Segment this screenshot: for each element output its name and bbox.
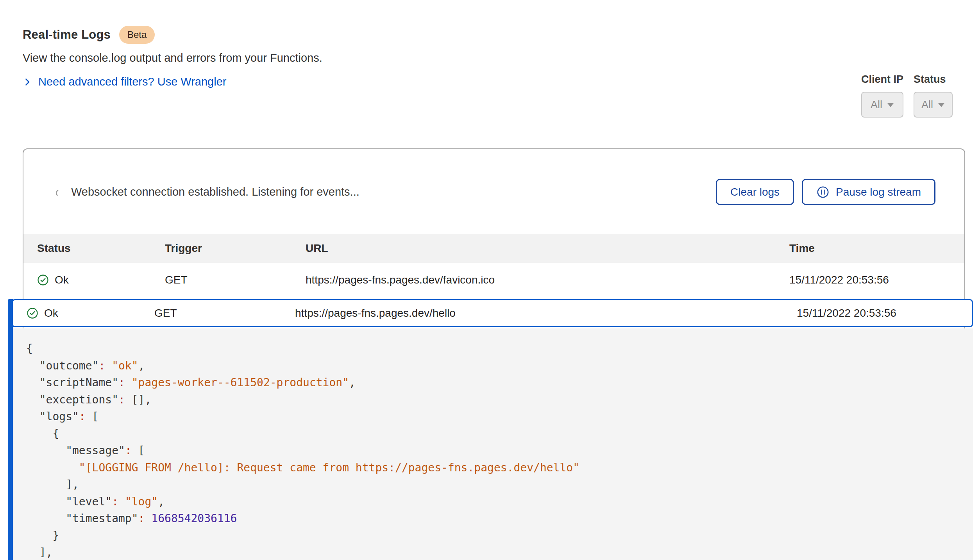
wrangler-link[interactable]: Need advanced filters? Use Wrangler	[23, 75, 226, 88]
log-json: { "outcome": "ok", "scriptName": "pages-…	[13, 328, 973, 560]
chevron-right-icon	[23, 77, 32, 87]
logs-toolbar: Websocket connection established. Listen…	[23, 149, 964, 234]
client-ip-filter-dropdown[interactable]: All	[861, 92, 903, 118]
realtime-logs-page: Real-time Logs Beta View the console.log…	[0, 0, 980, 560]
column-header-trigger: Trigger	[165, 242, 306, 255]
chevron-down-icon	[938, 103, 945, 107]
page-header: Real-time Logs Beta View the console.log…	[0, 0, 980, 88]
page-title: Real-time Logs	[23, 28, 111, 42]
column-header-time: Time	[789, 242, 964, 255]
url-value: https://pages-fns.pages.dev/hello	[295, 307, 797, 319]
pause-log-stream-button[interactable]: Pause log stream	[802, 179, 935, 205]
client-ip-filter-value: All	[871, 99, 882, 111]
url-value: https://pages-fns.pages.dev/favicon.ico	[306, 274, 789, 286]
time-value: 15/11/2022 20:53:56	[797, 307, 972, 319]
expanded-log-entry: Ok GET https://pages-fns.pages.dev/hello…	[8, 299, 973, 560]
chevron-down-icon	[887, 103, 894, 107]
status-filter-value: All	[921, 99, 933, 111]
status-value: Ok	[44, 307, 58, 319]
client-ip-filter-label: Client IP	[861, 73, 903, 86]
wrangler-link-label: Need advanced filters? Use Wrangler	[38, 75, 226, 88]
beta-badge: Beta	[119, 26, 155, 44]
clear-logs-button[interactable]: Clear logs	[716, 179, 794, 205]
table-row[interactable]: Ok GET https://pages-fns.pages.dev/favic…	[23, 263, 964, 297]
trigger-value: GET	[154, 307, 295, 319]
filters: Client IP All Status All	[861, 73, 953, 118]
table-header: Status Trigger URL Time	[23, 234, 964, 263]
success-check-icon	[37, 274, 49, 286]
connection-status: Websocket connection established. Listen…	[55, 185, 359, 198]
connection-message: Websocket connection established. Listen…	[71, 185, 359, 198]
column-header-status: Status	[23, 242, 165, 255]
column-header-url: URL	[306, 242, 789, 255]
trigger-value: GET	[165, 274, 306, 286]
pause-icon	[816, 185, 830, 199]
spinner-icon	[55, 187, 63, 197]
status-filter-dropdown[interactable]: All	[914, 92, 953, 118]
page-subtitle: View the console.log output and errors f…	[23, 52, 953, 64]
status-value: Ok	[55, 274, 69, 286]
success-check-icon	[27, 307, 38, 319]
status-filter-label: Status	[914, 73, 953, 86]
table-row-expanded[interactable]: Ok GET https://pages-fns.pages.dev/hello…	[12, 299, 973, 327]
focus-accent-bar	[8, 299, 13, 560]
time-value: 15/11/2022 20:53:56	[789, 274, 964, 286]
